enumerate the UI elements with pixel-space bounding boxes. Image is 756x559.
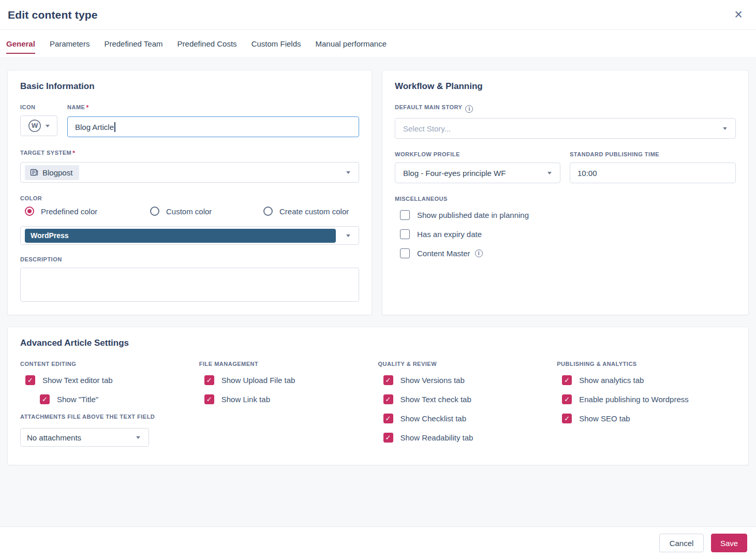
checkbox-show-analytics-tab[interactable]: ✓ Show analytics tab <box>557 375 736 385</box>
edit-content-type-modal: Edit content type × General Parameters P… <box>0 0 756 559</box>
radio-create-custom-color[interactable]: Create custom color <box>263 207 349 216</box>
publishing-time-input[interactable]: 10:00 <box>570 163 736 183</box>
checkbox-checked-icon: ✓ <box>562 394 572 404</box>
checkbox-show-text-check-tab[interactable]: ✓ Show Text check tab <box>378 394 557 404</box>
modal-body: Basic Information ICON W <box>0 57 756 526</box>
color-mode-radio-group: Predefined color Custom color Create cus… <box>20 207 359 216</box>
checkbox-checked-icon: ✓ <box>383 394 393 404</box>
quality-review-column: QUALITY & REVIEW ✓ Show Versions tab ✓ S… <box>378 361 557 452</box>
content-editing-label: CONTENT EDITING <box>20 361 199 367</box>
select-story-placeholder: Select Story... <box>399 124 451 133</box>
required-marker: * <box>86 104 88 111</box>
checkbox-show-readability-tab[interactable]: ✓ Show Readability tab <box>378 433 557 443</box>
advanced-article-settings-card: Advanced Article Settings CONTENT EDITIN… <box>7 327 749 465</box>
attachments-value: No attachments <box>25 433 81 442</box>
cancel-button[interactable]: Cancel <box>659 534 704 552</box>
attachments-select[interactable]: No attachments <box>20 428 149 447</box>
target-system-label: TARGET SYSTEM* <box>20 150 359 157</box>
checkbox-show-seo-tab[interactable]: ✓ Show SEO tab <box>557 414 736 423</box>
checkbox-show-upload-file-tab[interactable]: ✓ Show Upload File tab <box>199 375 378 385</box>
attachments-label: ATTACHMENTS FILE ABOVE THE TEXT FIELD <box>20 414 199 420</box>
caret-down-icon <box>346 234 350 237</box>
checkbox-show-text-editor-tab[interactable]: ✓ Show Text editor tab <box>20 375 199 385</box>
checkbox-checked-icon: ✓ <box>204 394 214 404</box>
basic-information-card: Basic Information ICON W <box>7 70 372 315</box>
tab-bar: General Parameters Predefined Team Prede… <box>0 30 756 57</box>
radio-unselected-icon <box>150 207 159 216</box>
close-icon: × <box>734 7 743 22</box>
checkbox-checked-icon: ✓ <box>383 414 393 423</box>
checkbox-unchecked-icon <box>400 248 410 258</box>
color-pill: WordPress <box>25 229 336 243</box>
workflow-profile-label: WORKFLOW PROFILE <box>395 151 560 157</box>
tab-general[interactable]: General <box>6 30 35 57</box>
checkbox-enable-publishing-wordpress[interactable]: ✓ Enable publishing to Wordpress <box>557 394 736 404</box>
checkbox-unchecked-icon <box>400 210 410 220</box>
icon-label: ICON <box>20 104 57 110</box>
workflow-planning-title: Workflow & Planning <box>395 81 736 92</box>
svg-text:W: W <box>31 122 38 129</box>
miscellaneous-label: MISCELLANEOUS <box>395 196 736 202</box>
advanced-article-settings-title: Advanced Article Settings <box>20 338 736 348</box>
caret-down-icon <box>46 125 50 127</box>
tab-predefined-team[interactable]: Predefined Team <box>104 30 162 57</box>
radio-selected-icon <box>25 207 34 216</box>
checkbox-checked-icon: ✓ <box>383 433 393 443</box>
predefined-color-select[interactable]: WordPress <box>20 226 359 245</box>
text-cursor <box>114 122 115 132</box>
caret-down-icon <box>547 172 552 174</box>
default-main-story-select[interactable]: Select Story... <box>395 118 736 139</box>
content-editing-column: CONTENT EDITING ✓ Show Text editor tab ✓… <box>20 361 199 452</box>
target-system-select[interactable]: Blogpost <box>20 162 359 183</box>
save-button[interactable]: Save <box>711 534 747 552</box>
wordpress-icon: W <box>28 119 41 133</box>
caret-down-icon <box>136 436 140 439</box>
tab-custom-fields[interactable]: Custom Fields <box>251 30 301 57</box>
default-main-story-label: DEFAULT MAIN STORYi <box>395 104 736 113</box>
caret-down-icon <box>723 127 727 130</box>
page-title: Edit content type <box>8 9 98 21</box>
checkbox-show-checklist-tab[interactable]: ✓ Show Checklist tab <box>378 414 557 423</box>
description-textarea[interactable] <box>20 268 359 302</box>
name-input-value: Blog Article <box>75 123 114 131</box>
publishing-analytics-label: PUBLISHING & ANALYTICS <box>557 361 736 367</box>
checkbox-has-expiry-date[interactable]: Has an expiry date <box>395 229 736 239</box>
file-management-label: FILE MANAGEMENT <box>199 361 378 367</box>
tab-parameters[interactable]: Parameters <box>50 30 90 57</box>
checkbox-show-title[interactable]: ✓ Show "Title" <box>20 394 199 404</box>
modal-header: Edit content type × <box>0 0 756 30</box>
checkbox-checked-icon: ✓ <box>40 394 50 404</box>
checkbox-unchecked-icon <box>400 229 410 239</box>
radio-custom-color[interactable]: Custom color <box>150 207 263 216</box>
newspaper-icon <box>30 168 38 176</box>
workflow-profile-select[interactable]: Blog - Four-eyes principle WF <box>395 163 560 183</box>
radio-predefined-color[interactable]: Predefined color <box>25 207 150 216</box>
modal-footer: Cancel Save <box>0 526 756 559</box>
checkbox-content-master[interactable]: Content Masteri <box>395 248 736 258</box>
tab-predefined-costs[interactable]: Predefined Costs <box>177 30 237 57</box>
caret-down-icon <box>346 171 350 174</box>
checkbox-checked-icon: ✓ <box>204 375 214 385</box>
checkbox-show-published-date[interactable]: Show published date in planning <box>395 210 736 220</box>
radio-unselected-icon <box>263 207 273 216</box>
checkbox-show-versions-tab[interactable]: ✓ Show Versions tab <box>378 375 557 385</box>
publishing-time-label: STANDARD PUBLISHING TIME <box>570 151 736 157</box>
icon-dropdown[interactable]: W <box>20 115 57 136</box>
close-button[interactable]: × <box>731 7 746 23</box>
quality-review-label: QUALITY & REVIEW <box>378 361 557 367</box>
file-management-column: FILE MANAGEMENT ✓ Show Upload File tab ✓… <box>199 361 378 452</box>
required-marker: * <box>72 150 75 157</box>
info-icon[interactable]: i <box>475 249 483 257</box>
color-label: COLOR <box>20 195 359 201</box>
target-system-value: Blogpost <box>42 168 72 177</box>
workflow-profile-value: Blog - Four-eyes principle WF <box>399 169 506 178</box>
name-input[interactable]: Blog Article <box>67 116 359 137</box>
target-system-chip: Blogpost <box>25 165 79 180</box>
workflow-planning-card: Workflow & Planning DEFAULT MAIN STORYi … <box>382 70 749 315</box>
info-icon[interactable]: i <box>465 105 473 113</box>
description-label: DESCRIPTION <box>20 256 359 262</box>
publishing-analytics-column: PUBLISHING & ANALYTICS ✓ Show analytics … <box>557 361 736 452</box>
tab-manual-performance[interactable]: Manual performance <box>315 30 387 57</box>
checkbox-show-link-tab[interactable]: ✓ Show Link tab <box>199 394 378 404</box>
checkbox-checked-icon: ✓ <box>25 375 35 385</box>
